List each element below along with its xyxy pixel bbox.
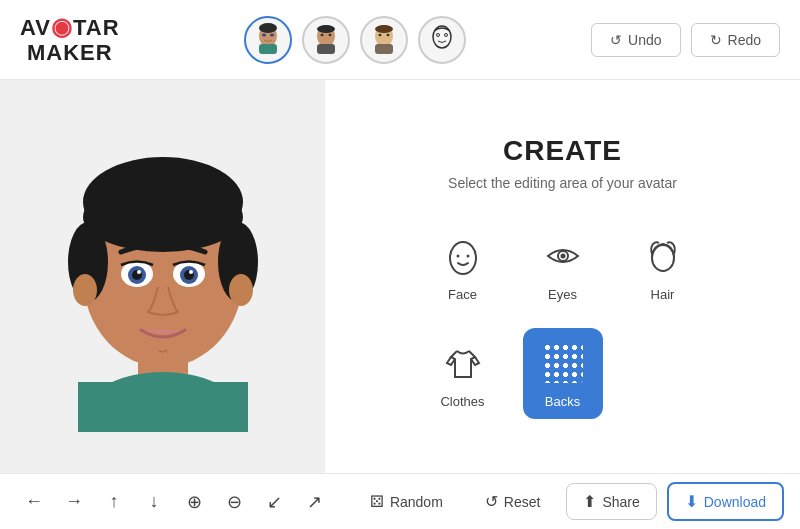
zoom-in-icon: ⊕ (187, 491, 202, 513)
avatar-preview (33, 122, 293, 432)
edit-option-backs[interactable]: Backs (523, 328, 603, 419)
undo-icon: ↺ (610, 32, 622, 48)
variant-2[interactable] (302, 16, 350, 64)
svg-point-16 (437, 33, 440, 36)
redo-label: Redo (728, 32, 761, 48)
svg-point-27 (229, 274, 253, 306)
svg-point-36 (450, 242, 476, 274)
edit-option-hair[interactable]: Hair (623, 221, 703, 312)
undo-button[interactable]: ↺ Undo (591, 23, 680, 57)
svg-point-23 (83, 182, 243, 252)
svg-point-11 (379, 33, 382, 35)
rotate-left-button[interactable]: ↙ (256, 484, 292, 520)
logo-eye-icon: ◉ (51, 13, 73, 40)
eyes-icon-container (538, 231, 588, 281)
svg-point-12 (387, 33, 390, 35)
rotate-right-icon: ↗ (307, 491, 322, 513)
download-icon: ⬇ (685, 492, 698, 511)
logo-text-maker: MAKER (20, 41, 120, 65)
arrow-down-icon: ↓ (150, 491, 159, 512)
download-label: Download (704, 494, 766, 510)
rotate-right-button[interactable]: ↗ (296, 484, 332, 520)
face-label: Face (448, 287, 477, 302)
variant-4[interactable] (418, 16, 466, 64)
header: AV◉TAR MAKER (0, 0, 800, 80)
nav-left-button[interactable]: ← (16, 484, 52, 520)
download-button[interactable]: ⬇ Download (667, 482, 784, 521)
svg-point-2 (270, 33, 274, 36)
bottom-toolbar: ← → ↑ ↓ ⊕ ⊖ ↙ ↗ ⚄ Random ↺ Reset (0, 473, 800, 529)
create-subtitle: Select the editing area of your avatar (448, 175, 677, 191)
svg-point-38 (466, 254, 469, 257)
reset-icon: ↺ (485, 492, 498, 511)
logo-text-tar: TAR (73, 15, 120, 40)
svg-point-35 (189, 270, 193, 274)
reset-label: Reset (504, 494, 541, 510)
avatar-variants (244, 16, 466, 64)
nav-down-button[interactable]: ↓ (136, 484, 172, 520)
svg-rect-9 (317, 44, 335, 54)
svg-point-3 (259, 23, 277, 33)
arrow-left-icon: ← (25, 491, 43, 512)
share-icon: ⬆ (583, 492, 596, 511)
face-icon-container (438, 231, 488, 281)
edit-option-eyes[interactable]: Eyes (523, 221, 603, 312)
svg-point-34 (137, 270, 141, 274)
backs-label: Backs (545, 394, 580, 409)
variant-1[interactable] (244, 16, 292, 64)
variant-3[interactable] (360, 16, 408, 64)
nav-controls: ← → ↑ ↓ ⊕ ⊖ ↙ ↗ (16, 484, 332, 520)
svg-point-8 (317, 25, 335, 33)
redo-icon: ↻ (710, 32, 722, 48)
redo-button[interactable]: ↻ Redo (691, 23, 780, 57)
share-button[interactable]: ⬆ Share (566, 483, 656, 520)
svg-point-6 (321, 33, 324, 35)
clothes-label: Clothes (440, 394, 484, 409)
random-icon: ⚄ (370, 492, 384, 511)
undo-label: Undo (628, 32, 661, 48)
edit-option-clothes[interactable]: Clothes (423, 328, 503, 419)
main-content: CREATE Select the editing area of your a… (0, 80, 800, 473)
svg-point-13 (375, 25, 393, 33)
hair-label: Hair (651, 287, 675, 302)
random-label: Random (390, 494, 443, 510)
share-label: Share (602, 494, 639, 510)
zoom-out-icon: ⊖ (227, 491, 242, 513)
zoom-in-button[interactable]: ⊕ (176, 484, 212, 520)
svg-rect-20 (78, 382, 248, 432)
hair-icon-container (638, 231, 688, 281)
clothes-icon-container (438, 338, 488, 388)
create-title: CREATE (503, 135, 622, 167)
arrow-up-icon: ↑ (110, 491, 119, 512)
svg-point-1 (262, 33, 266, 36)
svg-point-7 (329, 33, 332, 35)
edit-options-grid: Face Eyes (423, 221, 703, 419)
svg-rect-4 (259, 44, 277, 54)
edit-option-face[interactable]: Face (423, 221, 503, 312)
svg-point-40 (560, 253, 565, 258)
svg-rect-14 (375, 44, 393, 54)
svg-point-26 (73, 274, 97, 306)
logo-text-av: AV (20, 15, 51, 40)
avatar-preview-panel (0, 80, 325, 473)
svg-point-37 (456, 254, 459, 257)
random-button[interactable]: ⚄ Random (354, 484, 459, 519)
nav-right-button[interactable]: → (56, 484, 92, 520)
header-actions: ↺ Undo ↻ Redo (591, 23, 780, 57)
action-buttons: ⚄ Random ↺ Reset ⬆ Share ⬇ Download (354, 482, 784, 521)
nav-up-button[interactable]: ↑ (96, 484, 132, 520)
logo-area: AV◉TAR MAKER (20, 14, 120, 65)
backs-icon-container (538, 338, 588, 388)
arrow-right-icon: → (65, 491, 83, 512)
reset-button[interactable]: ↺ Reset (469, 484, 557, 519)
rotate-left-icon: ↙ (267, 491, 282, 513)
zoom-out-button[interactable]: ⊖ (216, 484, 252, 520)
svg-point-17 (445, 33, 448, 36)
eyes-label: Eyes (548, 287, 577, 302)
editor-panel: CREATE Select the editing area of your a… (325, 80, 800, 473)
logo: AV◉TAR MAKER (20, 14, 120, 65)
